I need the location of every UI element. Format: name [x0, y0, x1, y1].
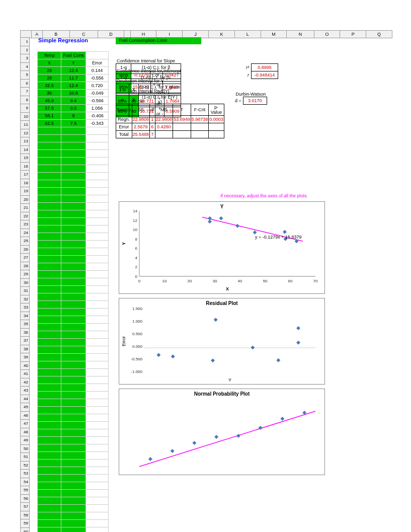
page-title: Simple Regression: [38, 37, 88, 43]
header-temp: Temp: [38, 52, 61, 59]
header-error: Error: [86, 59, 109, 67]
svg-text:1.500: 1.500: [132, 307, 143, 311]
r2-area: r² 0.8995 r -0.948414: [245, 63, 278, 79]
chart-normal-prob[interactable]: Normal Probability Plot: [119, 389, 325, 475]
r-value: -0.948414: [252, 71, 278, 79]
svg-text:12: 12: [133, 218, 137, 223]
svg-text:4: 4: [135, 256, 138, 260]
anova-table: SourceSSdfMSFF-Critp-ValueRegn.22.980812…: [116, 104, 224, 138]
svg-text:0.500: 0.500: [132, 332, 143, 336]
data-table[interactable]: Temp Fuel Cons X Y Error 2812.40.1442811…: [37, 51, 109, 532]
svg-text:Error: Error: [121, 336, 126, 346]
svg-text:-0.500: -0.500: [131, 357, 142, 361]
stats-area: Confidence Interval for Slope 1-α (1-α) …: [116, 58, 181, 104]
header-y: Y: [61, 59, 86, 67]
ci-slope-title: Confidence Interval for Slope: [116, 58, 181, 63]
svg-text:Y: Y: [228, 377, 231, 383]
dw-area: Durbin-Watson d = 3.0170: [234, 92, 267, 105]
svg-text:14: 14: [133, 209, 137, 213]
svg-text:40: 40: [238, 279, 242, 283]
chart1-equation: y = -0.1279x + 15.8379: [255, 235, 302, 240]
svg-text:10: 10: [162, 279, 167, 283]
header-x: X: [38, 59, 61, 67]
svg-text:10: 10: [133, 227, 137, 232]
svg-text:60: 60: [288, 279, 293, 283]
svg-text:1.000: 1.000: [132, 319, 143, 324]
chart-residual[interactable]: Residual Plot -1.000 -0.500 0.000 0.500 …: [119, 298, 325, 385]
row-headers: 1234567891011121314151617181920212223242…: [20, 37, 30, 532]
svg-text:Y: Y: [121, 242, 126, 245]
r-label: r: [245, 71, 252, 79]
svg-text:8: 8: [135, 237, 138, 242]
svg-text:X: X: [226, 286, 229, 291]
r2-label: r²: [245, 64, 252, 71]
spreadsheet-body[interactable]: Simple Regression Fuel Consumption Case …: [29, 37, 391, 44]
case-title: Fuel Consumption Case: [116, 37, 201, 44]
dw-label: Durbin-Watson: [234, 92, 267, 97]
svg-text:0: 0: [135, 274, 138, 279]
dw-value: 3.0170: [243, 97, 267, 105]
chart3-svg: [119, 389, 324, 475]
chart-y-vs-x[interactable]: Y 01020 304050 6070: [119, 201, 325, 294]
dw-d-label: d =: [234, 97, 243, 105]
chart2-svg: -1.000 -0.500 0.000 0.500 1.000 1.500 Er…: [119, 298, 324, 384]
adjust-note: If necessary, adjust the axes of all the…: [220, 193, 308, 198]
svg-text:0.000: 0.000: [132, 344, 143, 349]
svg-text:-1.000: -1.000: [131, 369, 142, 374]
svg-text:2: 2: [135, 265, 138, 269]
chart1-svg: 01020 304050 6070 024 6810 1214 X Y: [119, 202, 324, 293]
svg-text:0: 0: [138, 279, 141, 283]
svg-line-31: [139, 411, 315, 467]
svg-text:70: 70: [313, 279, 318, 283]
r2-value: 0.8995: [252, 64, 278, 71]
svg-text:6: 6: [135, 246, 138, 251]
header-fuel: Fuel Cons: [61, 52, 86, 59]
svg-text:20: 20: [188, 279, 192, 283]
svg-text:50: 50: [263, 279, 268, 283]
svg-text:30: 30: [213, 279, 217, 283]
